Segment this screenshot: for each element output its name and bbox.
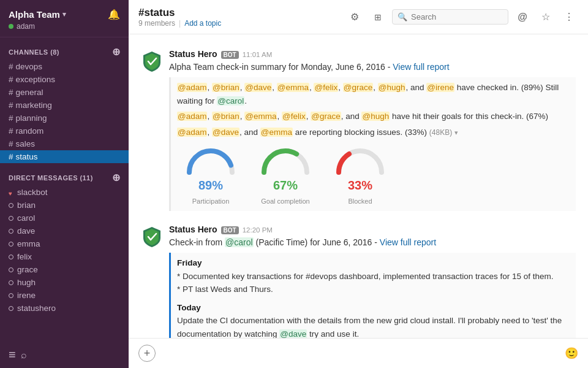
team-name-row[interactable]: Alpha Team ▾ 🔔	[9, 9, 120, 20]
collapse-arrow-icon[interactable]: ▾	[454, 128, 458, 136]
gauge-participation-label: Participation	[192, 196, 230, 207]
sidebar-header: Alpha Team ▾ 🔔 adam	[0, 0, 129, 37]
slackbot-heart-icon: ♥	[9, 190, 13, 195]
gauge-participation-value: 89%	[198, 175, 223, 195]
columns-button[interactable]: ⊞	[369, 8, 387, 26]
gauge-goal: 67% Goal completion	[252, 145, 319, 207]
message-input[interactable]	[162, 348, 559, 358]
team-chevron-icon: ▾	[62, 10, 66, 18]
channels-section-header: CHANNELS (8) ⊕	[0, 37, 129, 60]
message-1-header: Status Hero BOT 11:01 AM	[169, 49, 576, 59]
avatar-1	[141, 50, 163, 72]
msg-2-time: 12:20 PM	[243, 226, 273, 234]
irene-status-dot	[9, 293, 13, 298]
search-box[interactable]: 🔍	[392, 9, 508, 25]
msg-2-link[interactable]: View full report	[380, 237, 436, 247]
message-2: Status Hero BOT 12:20 PM Check-in from @…	[129, 220, 588, 338]
dm-item-carol[interactable]: carol	[0, 212, 129, 224]
gauge-goal-svg	[258, 145, 313, 175]
message-input-area: + 🙂	[129, 338, 588, 368]
meta-separator: |	[179, 19, 181, 28]
dm-item-grace[interactable]: grace	[0, 263, 129, 276]
gauge-participation: 89% Participation	[177, 145, 244, 207]
quoted-line-2: @adam, @brian, @emma, @felix, @grace, an…	[177, 110, 570, 123]
topbar: #status 9 members | Add a topic ⚙ ⊞ 🔍 @ …	[129, 0, 588, 34]
main-panel: #status 9 members | Add a topic ⚙ ⊞ 🔍 @ …	[129, 0, 588, 368]
gauge-blocked-value: 33%	[348, 175, 372, 195]
statushero-status-dot	[9, 306, 13, 311]
add-channel-icon[interactable]: ⊕	[112, 46, 120, 58]
quoted-line-1: @adam, @brian, @dave, @emma, @felix, @gr…	[177, 81, 570, 107]
star-button[interactable]: ☆	[537, 8, 555, 26]
bell-icon[interactable]: 🔔	[108, 9, 120, 20]
felix-status-dot	[9, 255, 13, 259]
dm-item-dave[interactable]: dave	[0, 224, 129, 237]
msg-1-quoted: @adam, @brian, @dave, @emma, @felix, @gr…	[169, 77, 576, 211]
add-dm-icon[interactable]: ⊕	[112, 172, 120, 183]
msg-1-badge: BOT	[221, 51, 239, 59]
avatar-2	[141, 226, 163, 248]
section-friday: Friday * Documented key transactions for…	[177, 256, 570, 296]
online-dot	[9, 24, 13, 29]
msg-2-quoted: Friday * Documented key transactions for…	[169, 253, 576, 338]
member-count: 9 members	[138, 19, 175, 28]
msg-2-badge: BOT	[221, 226, 239, 234]
gauge-row: 89% Participation 67% Goal completion	[177, 145, 570, 207]
dm-item-irene[interactable]: irene	[0, 289, 129, 302]
at-button[interactable]: @	[513, 8, 532, 26]
dm-item-felix[interactable]: felix	[0, 250, 129, 263]
dm-item-hugh[interactable]: hugh	[0, 276, 129, 289]
today-body: Update the CI documentation with the det…	[177, 314, 570, 338]
msg-1-link[interactable]: View full report	[393, 62, 449, 72]
message-2-content: Status Hero BOT 12:20 PM Check-in from @…	[169, 224, 576, 338]
channel-item-status[interactable]: #status	[0, 150, 129, 163]
emoji-button[interactable]: 🙂	[565, 347, 578, 360]
msg-1-time: 11:01 AM	[243, 51, 273, 58]
search-icon: 🔍	[398, 12, 407, 21]
msg-1-author: Status Hero	[169, 49, 217, 59]
emma-status-dot	[9, 242, 13, 247]
dm-section-header: DIRECT MESSAGES (11) ⊕	[0, 163, 129, 186]
msg-2-text: Check-in from @carol (Pacific Time) for …	[169, 236, 576, 249]
search-sidebar-icon[interactable]: ⌕	[21, 350, 27, 361]
gauge-participation-svg	[183, 145, 238, 175]
more-button[interactable]: ⋮	[560, 8, 578, 26]
channel-item-exceptions[interactable]: #exceptions	[0, 73, 129, 86]
add-topic-link[interactable]: Add a topic	[184, 19, 221, 28]
carol-status-dot	[9, 216, 13, 221]
channel-item-general[interactable]: #general	[0, 86, 129, 99]
quoted-line-3: @adam, @dave, and @emma are reporting bl…	[177, 126, 570, 139]
gauge-goal-label: Goal completion	[261, 196, 310, 207]
sidebar: Alpha Team ▾ 🔔 adam CHANNELS (8) ⊕ #devo…	[0, 0, 129, 368]
attach-button[interactable]: +	[138, 345, 156, 362]
gauge-blocked-label: Blocked	[348, 196, 372, 207]
dm-label: DIRECT MESSAGES (11)	[9, 174, 93, 182]
message-1-content: Status Hero BOT 11:01 AM Alpha Team chec…	[169, 49, 576, 215]
channel-item-sales[interactable]: #sales	[0, 137, 129, 150]
channel-item-devops[interactable]: #devops	[0, 60, 129, 73]
channel-meta: 9 members | Add a topic	[138, 19, 339, 28]
channel-item-marketing[interactable]: #marketing	[0, 99, 129, 112]
dm-item-emma[interactable]: emma	[0, 237, 129, 250]
dm-item-slackbot[interactable]: ♥ slackbot	[0, 186, 129, 199]
section-today: Today Update the CI documentation with t…	[177, 301, 570, 338]
brian-status-dot	[9, 203, 13, 208]
user-status: adam	[9, 22, 120, 31]
channel-list: #devops #exceptions #general #marketing …	[0, 60, 129, 163]
channel-item-random[interactable]: #random	[0, 125, 129, 137]
topbar-icons: ⚙ ⊞ 🔍 @ ☆ ⋮	[345, 8, 578, 26]
grace-status-dot	[9, 267, 13, 272]
dm-item-brian[interactable]: brian	[0, 199, 129, 212]
message-1: Status Hero BOT 11:01 AM Alpha Team chec…	[129, 44, 588, 220]
channel-title: #status	[138, 7, 339, 19]
dm-item-statushero[interactable]: statushero	[0, 302, 129, 315]
team-name-label: Alpha Team	[9, 9, 60, 20]
channel-item-planning[interactable]: #planning	[0, 112, 129, 125]
search-input[interactable]	[411, 12, 503, 21]
list-icon[interactable]: ≡	[9, 348, 16, 362]
gauge-blocked: 33% Blocked	[326, 145, 394, 207]
dave-status-dot	[9, 229, 13, 234]
gauge-goal-value: 67%	[273, 175, 298, 195]
gear-button[interactable]: ⚙	[345, 8, 364, 26]
carol-mention: @carol	[225, 237, 254, 247]
